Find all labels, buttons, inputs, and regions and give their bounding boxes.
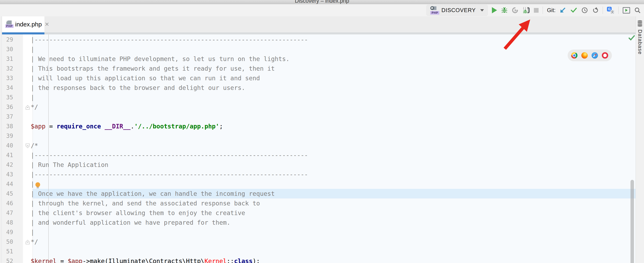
line-number: 43 (2, 170, 23, 179)
code-line: */ (31, 102, 308, 112)
line-number: 40 (2, 141, 23, 150)
git-commit-button[interactable] (570, 7, 577, 14)
chevron-down-icon (480, 9, 484, 12)
line-number: 44 (2, 179, 23, 189)
php-file-icon: PHP (5, 21, 13, 28)
line-number: 52 (2, 256, 23, 263)
git-history-button[interactable] (581, 7, 588, 14)
git-update-arrow-icon (560, 7, 566, 14)
firefox-browser-icon[interactable] (581, 52, 588, 59)
code-line: | the client's browser allowing them to … (31, 208, 308, 218)
line-number: 33 (2, 73, 23, 83)
line-number: 39 (2, 131, 23, 141)
code-line (31, 247, 308, 256)
code-line: | and wonderful application we have prep… (31, 218, 308, 227)
fold-end-marker[interactable] (26, 105, 30, 110)
editor-tab-bar: PHP index.php ✕ (0, 16, 636, 35)
code-line: | (31, 179, 308, 189)
line-number: 46 (2, 198, 23, 208)
run-configuration-name: DISCOVERY (441, 7, 476, 14)
code-line (31, 112, 308, 121)
listen-php-debug-button[interactable]: ((( (522, 7, 530, 14)
code-line: */ (31, 237, 308, 247)
chrome-browser-icon[interactable] (571, 52, 578, 59)
line-number: 37 (2, 112, 23, 121)
code-line: | Once we have the application, we can h… (31, 189, 308, 198)
code-line: | the responses back to the browser and … (31, 83, 308, 93)
close-icon[interactable]: ✕ (45, 21, 49, 28)
line-number: 47 (2, 208, 23, 218)
run-anything-button[interactable] (623, 7, 630, 14)
code-line: /* (31, 141, 308, 150)
code-line: | Run The Application (31, 160, 308, 170)
safari-browser-icon[interactable] (592, 52, 598, 59)
line-number: 51 (2, 247, 23, 256)
left-tool-window-stripe (0, 16, 2, 263)
line-number: 32 (2, 64, 23, 73)
run-window-icon (623, 7, 630, 14)
translate-button[interactable]: G 文 (607, 7, 614, 14)
code-line (31, 131, 308, 141)
code-line: |---------------------------------------… (31, 170, 308, 179)
stop-button[interactable] (534, 8, 538, 13)
line-number: 30 (2, 45, 23, 54)
line-number: 36 (2, 102, 23, 112)
php-web-config-icon: PHP (430, 6, 438, 15)
debug-bug-icon (501, 7, 508, 14)
line-number: 41 (2, 150, 23, 160)
code-line: | will load up this application so that … (31, 73, 308, 83)
intention-lightbulb-icon[interactable] (36, 182, 40, 187)
main-toolbar: PHP DISCOVERY ((( (0, 4, 644, 16)
line-number: 31 (2, 54, 23, 64)
line-number: 48 (2, 218, 23, 227)
window-title-bar: Discovery – index.php (0, 0, 644, 4)
tab-label: index.php (15, 21, 42, 28)
stop-icon (534, 8, 538, 13)
git-rollback-button[interactable] (592, 7, 598, 14)
code-line: | through the kernel, and send the assoc… (31, 198, 308, 208)
code-line: | (31, 45, 308, 54)
listen-php-debug-icon: ((( (522, 7, 530, 14)
code-line: $kernel = $app->make(Illuminate\Contract… (31, 256, 308, 263)
code-line: |---------------------------------------… (31, 150, 308, 160)
git-label: Git: (547, 7, 556, 14)
code-line: $app = require_once __DIR__.'/../bootstr… (31, 121, 308, 131)
tab-bar-border (0, 32, 636, 35)
code-editor[interactable]: 2930313233343536373839404142434445464748… (2, 35, 636, 263)
run-configuration-dropdown[interactable]: PHP DISCOVERY (426, 5, 488, 16)
run-with-coverage-button[interactable] (512, 7, 518, 14)
inspections-ok-icon[interactable] (628, 35, 635, 41)
debug-button[interactable] (501, 7, 508, 14)
git-update-button[interactable] (560, 7, 566, 14)
code-line: | (31, 227, 308, 237)
line-number: 42 (2, 160, 23, 170)
open-in-browser-popup (568, 50, 612, 61)
git-commit-check-icon (570, 7, 577, 14)
line-number: 45 (2, 189, 23, 198)
window-title: Discovery – index.php (0, 0, 644, 4)
history-clock-icon (581, 7, 588, 14)
code-line: | We need to illuminate PHP development,… (31, 54, 308, 64)
database-tool-window-button[interactable]: Database (636, 16, 644, 263)
code-line: | (31, 93, 308, 102)
vertical-scrollbar-thumb[interactable] (630, 180, 634, 263)
search-everywhere-button[interactable] (634, 7, 641, 14)
line-number: 50 (2, 237, 23, 247)
line-number: 49 (2, 227, 23, 237)
coverage-icon (512, 7, 518, 14)
line-number: 29 (2, 35, 23, 45)
run-button[interactable] (492, 7, 497, 13)
fold-end-marker[interactable] (26, 240, 30, 244)
code-line: |---------------------------------------… (31, 35, 308, 45)
active-tab-underline (2, 32, 44, 35)
opera-browser-icon[interactable] (602, 52, 608, 59)
line-number: 35 (2, 93, 23, 102)
tab-index-php[interactable]: PHP index.php ✕ (2, 16, 44, 32)
code-line: | This bootstraps the framework and gets… (31, 64, 308, 73)
run-icon (492, 7, 497, 13)
line-number: 38 (2, 121, 23, 131)
rollback-undo-icon (592, 7, 598, 14)
fold-start-marker[interactable] (26, 143, 30, 148)
line-number: 34 (2, 83, 23, 93)
search-icon (634, 7, 641, 14)
